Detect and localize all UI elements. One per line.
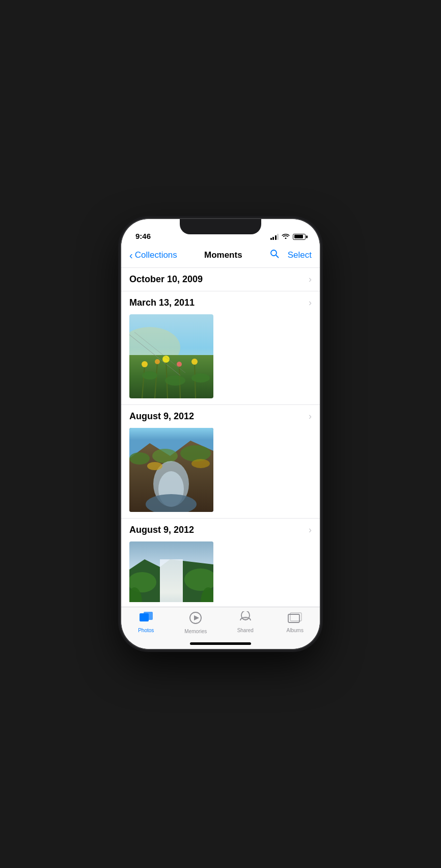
moment-header-3[interactable]: August 9, 2012 ›	[121, 405, 320, 428]
moment-date-2: March 13, 2011	[129, 297, 195, 308]
moment-header-2[interactable]: March 13, 2011 ›	[121, 291, 320, 314]
select-button[interactable]: Select	[288, 250, 312, 260]
moment-item-october-2009: October 10, 2009 ›	[121, 268, 320, 291]
home-indicator	[190, 642, 251, 645]
moment-date-3: August 9, 2012	[129, 411, 194, 422]
svg-point-0	[271, 250, 277, 256]
svg-point-15	[165, 375, 185, 386]
navigation-bar: ‹ Collections Moments Select	[121, 245, 320, 268]
back-chevron-icon: ‹	[129, 250, 133, 260]
tab-photos[interactable]: Photos	[121, 611, 171, 633]
moment-date-1: October 10, 2009	[129, 274, 203, 285]
memories-icon	[189, 611, 202, 627]
svg-point-13	[191, 359, 198, 365]
phone-screen: 9:46	[121, 219, 320, 649]
moment-item-march-2011: March 13, 2011 ›	[121, 291, 320, 405]
svg-point-9	[142, 361, 148, 367]
back-button[interactable]: ‹ Collections	[129, 250, 177, 260]
back-label: Collections	[135, 250, 177, 260]
photos-icon	[139, 611, 153, 626]
svg-marker-53	[194, 615, 199, 620]
moment-thumbnail-4[interactable]	[129, 541, 213, 602]
search-button[interactable]	[269, 249, 280, 261]
memories-tab-label: Memories	[184, 629, 207, 634]
moment-date-4: August 9, 2012	[129, 525, 194, 535]
signal-icon	[270, 234, 279, 240]
status-time: 9:46	[135, 232, 151, 240]
svg-rect-33	[160, 559, 183, 602]
albums-icon	[288, 611, 302, 626]
svg-point-29	[191, 459, 210, 468]
svg-point-10	[155, 359, 160, 364]
svg-rect-51	[144, 612, 153, 620]
photos-tab-label: Photos	[138, 628, 154, 633]
moment-chevron-3: ›	[309, 411, 312, 422]
moment-chevron-4: ›	[309, 525, 312, 535]
notch	[180, 219, 261, 234]
svg-point-23	[152, 449, 178, 463]
moment-item-aug-2012-a: August 9, 2012 ›	[121, 405, 320, 519]
tab-albums[interactable]: Albums	[270, 611, 320, 633]
tab-memories[interactable]: Memories	[171, 611, 221, 634]
moment-chevron-1: ›	[309, 274, 312, 285]
shared-tab-label: Shared	[237, 628, 254, 633]
svg-point-12	[177, 362, 182, 367]
moment-header-1[interactable]: October 10, 2009 ›	[121, 268, 320, 291]
moments-list: October 10, 2009 › March 13, 2011 ›	[121, 268, 320, 602]
flower-field-photo	[129, 314, 213, 398]
phone-frame: 9:46	[121, 219, 320, 649]
svg-point-24	[180, 445, 211, 462]
waterfall-white-photo	[129, 541, 213, 602]
battery-icon	[293, 234, 306, 240]
moment-thumbnail-3[interactable]	[129, 428, 213, 512]
wifi-icon	[282, 233, 290, 240]
svg-point-14	[142, 371, 157, 379]
moment-chevron-2: ›	[309, 297, 312, 308]
status-icons	[270, 233, 306, 240]
shared-icon	[238, 611, 253, 626]
moment-item-aug-2012-b: August 9, 2012 ›	[121, 519, 320, 602]
svg-point-22	[129, 452, 150, 465]
nav-right-actions: Select	[269, 249, 312, 261]
svg-point-28	[147, 462, 162, 470]
nav-title: Moments	[204, 250, 242, 260]
svg-point-16	[191, 373, 210, 383]
waterfall-dark-photo	[129, 428, 213, 512]
moment-header-4[interactable]: August 9, 2012 ›	[121, 519, 320, 541]
tab-shared[interactable]: Shared	[220, 611, 270, 633]
moment-thumbnail-2[interactable]	[129, 314, 213, 398]
albums-tab-label: Albums	[287, 628, 304, 633]
